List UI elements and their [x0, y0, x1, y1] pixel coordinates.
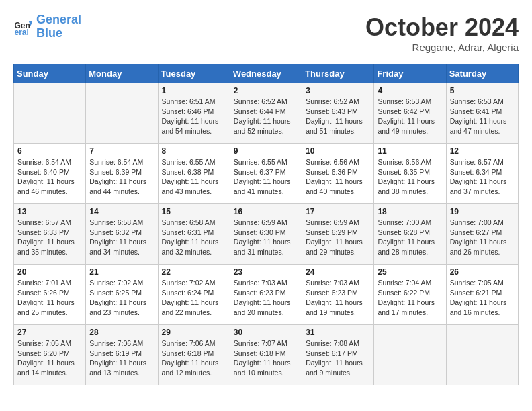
calendar-cell: 17Sunrise: 6:59 AMSunset: 6:29 PMDayligh…	[302, 204, 374, 265]
title-block: October 2024 Reggane, Adrar, Algeria	[365, 13, 519, 53]
day-number: 17	[306, 207, 370, 216]
day-info: Sunrise: 6:52 AMSunset: 6:43 PMDaylight:…	[306, 97, 370, 136]
day-info: Sunrise: 6:56 AMSunset: 6:36 PMDaylight:…	[306, 157, 370, 197]
day-number: 6	[17, 146, 82, 156]
calendar-week-row: 1Sunrise: 6:51 AMSunset: 6:46 PMDaylight…	[14, 83, 519, 144]
calendar-cell	[86, 83, 158, 144]
calendar-cell: 14Sunrise: 6:58 AMSunset: 6:32 PMDayligh…	[86, 204, 158, 265]
day-number: 1	[162, 86, 226, 95]
day-info: Sunrise: 7:03 AMSunset: 6:23 PMDaylight:…	[306, 278, 370, 318]
day-info: Sunrise: 6:56 AMSunset: 6:35 PMDaylight:…	[378, 157, 442, 197]
day-number: 30	[234, 328, 298, 337]
calendar-cell: 2Sunrise: 6:52 AMSunset: 6:44 PMDaylight…	[230, 83, 302, 144]
day-number: 27	[17, 328, 82, 337]
calendar-cell: 25Sunrise: 7:04 AMSunset: 6:22 PMDayligh…	[374, 265, 446, 325]
calendar-cell: 8Sunrise: 6:55 AMSunset: 6:38 PMDaylight…	[158, 144, 230, 204]
header-row: SundayMondayTuesdayWednesdayThursdayFrid…	[14, 64, 519, 83]
weekday-header: Monday	[86, 64, 158, 83]
calendar-cell: 11Sunrise: 6:56 AMSunset: 6:35 PMDayligh…	[374, 144, 446, 204]
location-subtitle: Reggane, Adrar, Algeria	[365, 42, 519, 53]
day-number: 29	[162, 328, 226, 337]
logo-text: GeneralBlue	[36, 13, 81, 40]
day-info: Sunrise: 6:55 AMSunset: 6:38 PMDaylight:…	[162, 157, 226, 197]
calendar-cell: 26Sunrise: 7:05 AMSunset: 6:21 PMDayligh…	[446, 265, 518, 325]
calendar-cell: 22Sunrise: 7:02 AMSunset: 6:24 PMDayligh…	[158, 265, 230, 325]
calendar-cell: 24Sunrise: 7:03 AMSunset: 6:23 PMDayligh…	[302, 265, 374, 325]
day-info: Sunrise: 7:00 AMSunset: 6:27 PMDaylight:…	[450, 218, 515, 257]
weekday-header: Saturday	[446, 64, 518, 83]
day-number: 10	[306, 146, 370, 156]
day-number: 19	[450, 207, 515, 216]
calendar-cell: 1Sunrise: 6:51 AMSunset: 6:46 PMDaylight…	[158, 83, 230, 144]
day-number: 23	[234, 267, 298, 277]
day-info: Sunrise: 6:57 AMSunset: 6:34 PMDaylight:…	[450, 157, 515, 197]
day-number: 13	[17, 207, 82, 216]
day-number: 3	[306, 86, 370, 95]
day-info: Sunrise: 6:52 AMSunset: 6:44 PMDaylight:…	[234, 97, 298, 136]
calendar-cell: 13Sunrise: 6:57 AMSunset: 6:33 PMDayligh…	[14, 204, 86, 265]
day-number: 2	[234, 86, 298, 95]
logo-icon: Gen eral	[13, 17, 34, 37]
calendar-week-row: 27Sunrise: 7:05 AMSunset: 6:20 PMDayligh…	[14, 325, 519, 385]
calendar-cell: 9Sunrise: 6:55 AMSunset: 6:37 PMDaylight…	[230, 144, 302, 204]
calendar-cell: 31Sunrise: 7:08 AMSunset: 6:17 PMDayligh…	[302, 325, 374, 385]
calendar-header: SundayMondayTuesdayWednesdayThursdayFrid…	[14, 64, 519, 83]
calendar-week-row: 20Sunrise: 7:01 AMSunset: 6:26 PMDayligh…	[14, 265, 519, 325]
calendar-cell: 29Sunrise: 7:06 AMSunset: 6:18 PMDayligh…	[158, 325, 230, 385]
day-number: 16	[234, 207, 298, 216]
calendar-cell: 15Sunrise: 6:58 AMSunset: 6:31 PMDayligh…	[158, 204, 230, 265]
day-info: Sunrise: 7:07 AMSunset: 6:18 PMDaylight:…	[234, 338, 298, 378]
calendar-cell: 30Sunrise: 7:07 AMSunset: 6:18 PMDayligh…	[230, 325, 302, 385]
svg-text:eral: eral	[15, 28, 29, 37]
weekday-header: Tuesday	[158, 64, 230, 83]
day-info: Sunrise: 6:51 AMSunset: 6:46 PMDaylight:…	[162, 97, 226, 136]
day-info: Sunrise: 6:54 AMSunset: 6:40 PMDaylight:…	[17, 157, 82, 197]
day-info: Sunrise: 7:02 AMSunset: 6:24 PMDaylight:…	[162, 278, 226, 318]
day-number: 18	[378, 207, 442, 216]
day-number: 31	[306, 328, 370, 337]
calendar-cell	[14, 83, 86, 144]
day-info: Sunrise: 6:57 AMSunset: 6:33 PMDaylight:…	[17, 218, 82, 257]
calendar-cell: 7Sunrise: 6:54 AMSunset: 6:39 PMDaylight…	[86, 144, 158, 204]
day-info: Sunrise: 7:04 AMSunset: 6:22 PMDaylight:…	[378, 278, 442, 318]
month-title: October 2024	[365, 13, 519, 42]
calendar-table: SundayMondayTuesdayWednesdayThursdayFrid…	[13, 64, 519, 385]
calendar-cell	[446, 325, 518, 385]
calendar-cell: 6Sunrise: 6:54 AMSunset: 6:40 PMDaylight…	[14, 144, 86, 204]
day-info: Sunrise: 7:03 AMSunset: 6:23 PMDaylight:…	[234, 278, 298, 318]
day-number: 4	[378, 86, 442, 95]
day-info: Sunrise: 6:58 AMSunset: 6:31 PMDaylight:…	[162, 218, 226, 257]
calendar-cell: 3Sunrise: 6:52 AMSunset: 6:43 PMDaylight…	[302, 83, 374, 144]
day-info: Sunrise: 7:06 AMSunset: 6:19 PMDaylight:…	[89, 338, 154, 378]
day-number: 15	[162, 207, 226, 216]
day-number: 5	[450, 86, 515, 95]
calendar-cell: 10Sunrise: 6:56 AMSunset: 6:36 PMDayligh…	[302, 144, 374, 204]
weekday-header: Friday	[374, 64, 446, 83]
weekday-header: Thursday	[302, 64, 374, 83]
day-number: 7	[89, 146, 154, 156]
calendar-cell: 5Sunrise: 6:53 AMSunset: 6:41 PMDaylight…	[446, 83, 518, 144]
day-info: Sunrise: 7:02 AMSunset: 6:25 PMDaylight:…	[89, 278, 154, 318]
calendar-cell: 19Sunrise: 7:00 AMSunset: 6:27 PMDayligh…	[446, 204, 518, 265]
calendar-cell: 4Sunrise: 6:53 AMSunset: 6:42 PMDaylight…	[374, 83, 446, 144]
day-info: Sunrise: 6:59 AMSunset: 6:30 PMDaylight:…	[234, 218, 298, 257]
weekday-header: Wednesday	[230, 64, 302, 83]
day-number: 12	[450, 146, 515, 156]
calendar-cell: 27Sunrise: 7:05 AMSunset: 6:20 PMDayligh…	[14, 325, 86, 385]
calendar-cell: 12Sunrise: 6:57 AMSunset: 6:34 PMDayligh…	[446, 144, 518, 204]
day-number: 14	[89, 207, 154, 216]
calendar-body: 1Sunrise: 6:51 AMSunset: 6:46 PMDaylight…	[14, 83, 519, 385]
calendar-cell: 16Sunrise: 6:59 AMSunset: 6:30 PMDayligh…	[230, 204, 302, 265]
day-info: Sunrise: 7:01 AMSunset: 6:26 PMDaylight:…	[17, 278, 82, 318]
day-info: Sunrise: 6:54 AMSunset: 6:39 PMDaylight:…	[89, 157, 154, 197]
day-info: Sunrise: 6:59 AMSunset: 6:29 PMDaylight:…	[306, 218, 370, 257]
day-number: 22	[162, 267, 226, 277]
day-info: Sunrise: 7:05 AMSunset: 6:20 PMDaylight:…	[17, 338, 82, 378]
calendar-cell: 20Sunrise: 7:01 AMSunset: 6:26 PMDayligh…	[14, 265, 86, 325]
day-number: 20	[17, 267, 82, 277]
day-number: 21	[89, 267, 154, 277]
weekday-header: Sunday	[14, 64, 86, 83]
calendar-cell: 23Sunrise: 7:03 AMSunset: 6:23 PMDayligh…	[230, 265, 302, 325]
day-number: 25	[378, 267, 442, 277]
calendar-cell	[374, 325, 446, 385]
